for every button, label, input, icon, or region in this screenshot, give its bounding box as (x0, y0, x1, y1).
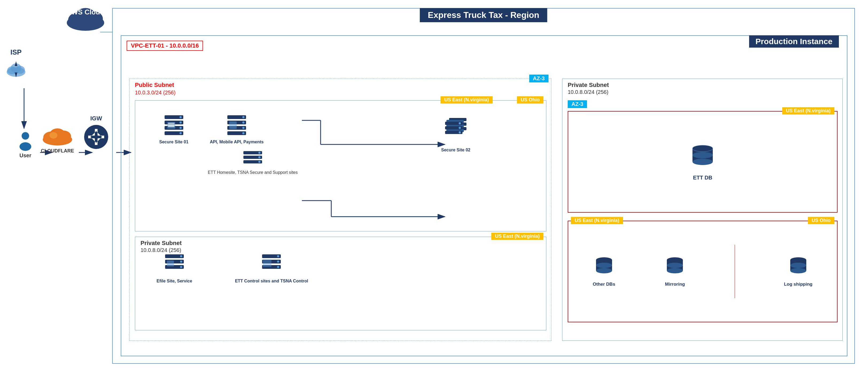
secure-site-02: Secure Site 02 (441, 117, 470, 152)
ett-db-box: US East (N.virginia) ETT DB (568, 111, 838, 213)
secure-site-01-label: Secure Site 01 (159, 140, 188, 144)
svg-point-58 (258, 152, 260, 154)
svg-rect-45 (168, 126, 175, 127)
vpc-label: VPC-ETT-01 - 10.0.0.0/16 (127, 41, 203, 51)
us-east-badge-private: US East (N.virginia) (491, 233, 544, 240)
other-dbs-label: Other DBs (593, 282, 615, 287)
svg-point-59 (258, 156, 260, 158)
igw-label: IGW (90, 115, 102, 122)
user-group: User (16, 131, 35, 158)
cloudflare-group: CLOUDFLARE (40, 126, 75, 154)
public-subnet-cidr: 10.0.3.0/24 (256) (135, 90, 176, 96)
private-subnet-inner-label: Private Subnet (141, 240, 182, 247)
svg-point-91 (692, 145, 713, 152)
other-dbs: Other DBs (593, 256, 615, 287)
us-east-badge-ett-db: US East (N.virginia) (782, 107, 834, 114)
secure-site-02-label: Secure Site 02 (441, 148, 470, 152)
svg-point-98 (667, 268, 683, 273)
private-subnet-right: Private Subnet 10.0.8.0/24 (256) AZ-3 US… (562, 79, 843, 341)
ett-db-label: ETT DB (693, 175, 712, 181)
svg-point-28 (50, 132, 57, 139)
us-ohio-servers: Secure Site 02 (376, 109, 536, 152)
private-subnet-right-label: Private Subnet (568, 82, 609, 89)
igw-group: IGW (83, 115, 110, 150)
aws-region: Express Truck Tax - Region Production In… (112, 8, 855, 364)
user-label: User (20, 152, 31, 158)
api-payments-label: API, Mobile API, Payments (210, 140, 264, 144)
svg-point-76 (180, 255, 182, 257)
ett-control-sites: ETT Control sites and TSNA Control (235, 253, 308, 284)
svg-point-29 (84, 125, 108, 149)
svg-rect-44 (168, 124, 175, 125)
svg-point-84 (277, 261, 279, 263)
aws-cloud: AWS Cloud (64, 3, 107, 32)
svg-point-50 (242, 116, 244, 118)
us-east-servers: Secure Site 01 (143, 109, 357, 175)
log-shipping-label: Log shipping (784, 282, 812, 287)
svg-point-78 (180, 266, 182, 268)
diagram: AWS Cloud ISP User (0, 0, 868, 375)
private-subnet-right-cidr: 10.0.8.0/24 (256) (568, 89, 608, 95)
cloudflare-label: CLOUDFLARE (41, 148, 74, 154)
public-subnet-area: Public Subnet 10.0.3.0/24 (256) AZ-3 US … (129, 79, 551, 341)
efile-site-label: Efile Site, Service (157, 279, 192, 284)
private-inner-bottom: Private Subnet 10.0.8.0/24 (256) US East… (135, 237, 546, 330)
us-east-badge-top: US East (N.virginia) (440, 96, 493, 104)
svg-point-39 (180, 121, 182, 123)
other-dbs-divider (735, 245, 735, 298)
us-ohio-badge-top: US Ohio (517, 96, 544, 104)
us-east-badge-other: US East (N.virginia) (571, 217, 623, 224)
svg-rect-79 (167, 261, 174, 266)
svg-point-95 (596, 263, 612, 268)
svg-point-53 (242, 132, 244, 134)
svg-point-99 (667, 263, 683, 268)
us-ohio-badge-other: US Ohio (808, 217, 834, 224)
svg-point-90 (692, 152, 713, 158)
aws-cloud-label: AWS Cloud (64, 8, 107, 16)
isp-group: ISP (5, 48, 27, 80)
svg-point-41 (180, 132, 182, 134)
api-mobile-api-payments: API, Mobile API, Payments (210, 114, 264, 144)
svg-point-83 (277, 255, 279, 257)
az3-badge-public: AZ-3 (529, 75, 549, 82)
svg-point-60 (258, 161, 260, 163)
public-subnet-label: Public Subnet (135, 82, 174, 89)
isp-label: ISP (10, 48, 22, 56)
mirroring: Mirroring (664, 256, 685, 287)
log-shipping: Log shipping (784, 256, 812, 287)
svg-point-70 (459, 122, 461, 124)
other-dbs-row: Other DBs Mirroring (568, 221, 837, 322)
svg-point-72 (459, 131, 461, 134)
svg-point-103 (790, 263, 806, 268)
svg-point-89 (692, 158, 713, 165)
public-inner-top: US East (N.virginia) US Ohio (135, 100, 546, 231)
svg-point-77 (180, 261, 182, 263)
production-instance: Production Instance VPC-ETT-01 - 10.0.0.… (121, 35, 847, 356)
svg-point-102 (790, 268, 806, 273)
svg-point-38 (180, 116, 182, 118)
svg-point-85 (277, 266, 279, 268)
private-servers-row: Efile Site, Service (157, 253, 308, 284)
svg-point-23 (20, 142, 31, 151)
svg-rect-86 (263, 259, 272, 267)
secure-site-01: Secure Site 01 (159, 114, 188, 144)
region-label: Express Truck Tax - Region (420, 8, 547, 22)
svg-point-40 (180, 127, 182, 129)
other-dbs-box: US East (N.virginia) US Ohio (568, 221, 838, 322)
mirroring-label: Mirroring (665, 282, 685, 287)
efile-site: Efile Site, Service (157, 253, 192, 284)
svg-point-51 (242, 121, 244, 123)
az3-badge-right: AZ-3 (568, 100, 587, 108)
ett-db-icon-container: ETT DB (568, 112, 837, 212)
svg-point-22 (22, 132, 29, 140)
ett-control-label: ETT Control sites and TSNA Control (235, 279, 308, 284)
svg-rect-54 (229, 121, 237, 129)
svg-point-52 (242, 127, 244, 129)
production-label: Production Instance (749, 35, 839, 48)
svg-rect-43 (168, 123, 175, 124)
svg-point-71 (459, 127, 461, 129)
svg-point-94 (596, 268, 612, 273)
private-subnet-inner-cidr: 10.0.8.0/24 (256) (141, 247, 181, 253)
ett-homesite-label: ETT Homesite, TSNA Secure and Support si… (149, 150, 357, 175)
